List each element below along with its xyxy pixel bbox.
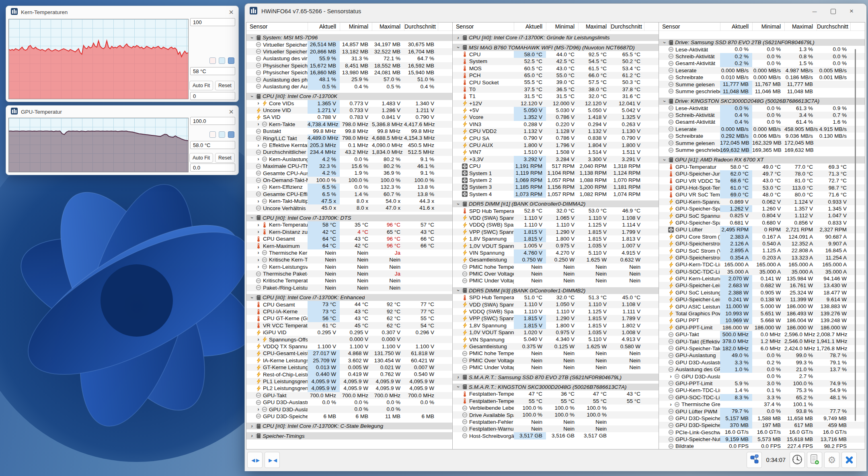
column-header-maximal[interactable]: Maximal	[372, 22, 404, 31]
sensor-row[interactable]: PMIC hohe TemperaturNeinNeinNeinNein	[453, 350, 659, 357]
sensor-section[interactable]: ›S.M.A.R.T.: Samsung SSD 870 EVO 2TB (S6…	[453, 374, 659, 380]
sensor-row[interactable]: Virtueller Speicher ve...20,866 MB13,182…	[246, 48, 452, 55]
sensor-row[interactable]: System 41,073 RPM1,057 RPM1,082 RPM1,074…	[453, 191, 659, 198]
sensor-row[interactable]: Summe gelesen11,777 MB11,767 MB11,777 MB	[659, 81, 865, 88]
column-header-maximal[interactable]: Maximal	[578, 22, 610, 31]
chevron-right-icon[interactable]: ›	[255, 337, 261, 342]
sensor-row[interactable]: GPU Core Strom (VD...2.383 A0.167 A124.0…	[659, 233, 865, 240]
chevron-right-icon[interactable]: ›	[255, 157, 261, 161]
sensor-row[interactable]: Schreibrate0.010 MB/s0.000 MB/s0.186 MB/…	[659, 74, 865, 81]
sensor-row[interactable]: Summe geschrieben11,048 MB11,046 MB11,04…	[659, 88, 865, 95]
graph-color-swatches[interactable]	[190, 131, 235, 138]
auto-fit-button[interactable]: Auto Fit	[189, 153, 213, 163]
sensor-row[interactable]: ›Thermische Grenz...37.4 %100.1 %	[659, 401, 865, 408]
chevron-right-icon[interactable]: ›	[255, 229, 261, 234]
scale-max-input[interactable]	[190, 18, 235, 26]
sensor-section[interactable]: ›CPU [#0]: Intel Core i7-13700K: DTS	[246, 215, 452, 221]
chevron-right-icon[interactable]: ›	[249, 433, 255, 438]
chevron-down-icon[interactable]: ›	[662, 98, 667, 104]
sensor-row[interactable]: Physischer Speicher ...15,672 MB8,451 MB…	[246, 62, 452, 69]
sensor-row[interactable]: PCIe-Link-Geschwind...16.0 GT/s16.0 GT/s…	[659, 429, 865, 435]
color-swatch-3[interactable]	[228, 131, 234, 138]
sensor-row[interactable]: GPU Lüfter PWM79.7 %0.0 %93.8 %77.7 %	[659, 408, 865, 415]
sensor-row[interactable]: Lese-Aktivität0.0 %0.0 %1.3 %0.0 %	[659, 46, 865, 53]
sensor-row[interactable]: MOS60.5 °C43.0 °C61.5 °C53.4 °C	[453, 65, 659, 72]
remote-sensors-button[interactable]	[747, 452, 762, 468]
sensor-row[interactable]: IA-Kerne Leistungsa...25.709 W3.602 W130…	[246, 357, 452, 364]
sensor-section[interactable]: ›DDR5 DIMM [#1] (BANK 0/Controller0-DIMM…	[453, 200, 659, 207]
chevron-right-icon[interactable]: ›	[455, 375, 461, 380]
arrows-outward-button[interactable]: ◄►	[247, 452, 263, 468]
sensor-row[interactable]: VDDQ (SWB) Spannung1.110 V1.110 V1.125 V…	[453, 308, 659, 315]
reset-button[interactable]: Reset	[215, 81, 235, 90]
report-button[interactable]	[807, 452, 822, 468]
sensor-row[interactable]: PMIC Over VoltageNeinNeinNeinNein	[453, 270, 659, 277]
chevron-right-icon[interactable]: ›	[255, 185, 261, 190]
sensor-row[interactable]: ›Kern-Leistungsve...NeinNeinNein	[246, 264, 452, 270]
sensor-section[interactable]: ›CPU [#0]: Intel Core i7-13700K: C-State…	[246, 423, 452, 429]
sensor-row[interactable]: iGPU VID0.295 V0.295 V0.307 V0.296 V	[246, 329, 452, 336]
chevron-down-icon[interactable]: ›	[250, 215, 254, 221]
sensor-row[interactable]: GPU-Speicher-Spann...1.262 V1.260 V1.357…	[659, 205, 865, 212]
sensor-row[interactable]: GPU-Kern-TDC-Limit1.4 %0.1 %75.3 %54.9 %	[659, 387, 865, 394]
sensor-row[interactable]: Festplatten-Tempera...47 °C36 °C47 °C43 …	[453, 390, 659, 397]
column-header-sensor[interactable]: Sensor	[453, 23, 514, 30]
chevron-right-icon[interactable]: ›	[668, 374, 674, 379]
sensor-row[interactable]: Drive Available Spare100.0 %100.0 %100.0…	[453, 411, 659, 418]
color-swatch-1[interactable]	[209, 57, 216, 64]
sensor-row[interactable]: Gesamt-Aktivität0.4 %0.0 %61.4 %1.6 %	[659, 118, 865, 125]
clock-button[interactable]	[790, 452, 805, 468]
sensor-row[interactable]: GT-Kerne Leistungsa...0.013 W0.005 W0.02…	[246, 364, 452, 371]
chevron-right-icon[interactable]: ›	[255, 264, 261, 269]
sensor-row[interactable]: On-Demand-Takt-Mo...100.0 %100.0 %100.0 …	[246, 177, 452, 184]
sensor-row[interactable]: ›Kern-Temperaturen58 °C35 °C96 °C57 °C	[246, 221, 452, 228]
sensor-row[interactable]: Rest-of-Chip-Leistun...0.440 W0.419 W0.7…	[246, 371, 452, 378]
sensor-row[interactable]: PMIC Under VoltageNeinNeinNeinNein	[453, 364, 659, 371]
sensor-row[interactable]: Thermische Paket-/Ri...NeinNeinJa	[246, 270, 452, 277]
sensor-row[interactable]: Ring/LLC Takt4,489.0 MHz798.0 MHz4,688.5…	[246, 135, 452, 141]
sensor-row[interactable]: Leserate0.000 MB/s0.000 MB/s4.987 MB/s0.…	[659, 67, 865, 74]
sensor-row[interactable]: VR VCC Temperatur ...61 °C45 °C62 °C54 °…	[246, 322, 452, 329]
sensor-section[interactable]: ›GPU [#1]: AMD Radeon RX 6700 XT	[659, 156, 865, 163]
sensor-row[interactable]: Summe gelesen172,045 MB162,329 MB172,045…	[659, 139, 865, 146]
sensor-row[interactable]: VIN71.510 V1.508 V1.514 V1.511 V	[453, 149, 659, 155]
chevron-down-icon[interactable]: ›	[662, 39, 667, 45]
sensor-row[interactable]: GPU-Kern-Spannung ...0.869 V0.062 V1.124…	[659, 198, 865, 205]
hwinfo-sensor-window[interactable]: HWiNFO64 v7.65-5266 - Sensorstatus ─ × S…	[244, 3, 867, 471]
sensor-row[interactable]: VPP (SWC) Spannung1.815 V1.290 V1.815 V1…	[453, 315, 659, 322]
chevron-down-icon[interactable]: ›	[456, 45, 461, 51]
sensor-row[interactable]: T037.5 °C36.5 °C38.0 °C37.8 °C	[453, 86, 659, 93]
settings-button[interactable]: ⚙	[824, 452, 839, 468]
chevron-down-icon[interactable]: ›	[456, 288, 461, 294]
sensor-row[interactable]: PMIC hohe TemperaturNeinNeinNeinNein	[453, 264, 659, 270]
sensor-row[interactable]: Total Graphics Power...10.993 W5.651 W18…	[659, 310, 865, 317]
sensor-row[interactable]: GPU-Speicherstrom (...2.126 A0.540 A12.3…	[659, 240, 865, 247]
sensor-row[interactable]: VDD (SWA) Spannung1.110 V1.050 V1.110 V1…	[453, 301, 659, 308]
sensor-row[interactable]: ›Kern-Effizienz6.5 %0.0 %132.3 %13.8 %	[246, 184, 452, 190]
sensor-row[interactable]: PMIC Under VoltageNeinNeinNeinNein	[453, 277, 659, 284]
sensor-section[interactable]: ›DDR5 DIMM [#3] (BANK 0/Controller1-DIMM…	[453, 287, 659, 294]
sensor-row[interactable]: CPU1,191 RPM517 RPM2,040 RPM1,318 RPM	[453, 163, 659, 170]
sensor-row[interactable]: CPU Gesamt64 °C43 °C96 °C66 °C	[246, 235, 452, 242]
sensor-row[interactable]: ›Kern-Takte4,738.4 MHz798.0 MHz5,386.8 M…	[246, 121, 452, 128]
sensor-row[interactable]: PMIC Over VoltageNeinNeinNeinNein	[453, 357, 659, 364]
sensor-row[interactable]: T131.5 °C31.5 °C32.0 °C31.6 °C	[453, 93, 659, 100]
sensor-row[interactable]: System 21,069 RPM1,057 RPM1,088 RPM1,070…	[453, 177, 659, 184]
sensor-row[interactable]: Auslastung des virtu...55.9 %31.3 %72.1 …	[246, 55, 452, 62]
sensor-row[interactable]: GPU-Speicher-Leistu...0.241 W0.138 W11.3…	[659, 296, 865, 303]
sensor-row[interactable]: ›Kern-Auslastung4.2 %0.0 %80.2 %9.1 %	[246, 156, 452, 163]
titlebar[interactable]: Kern-Temperaturen ×	[6, 6, 238, 18]
sensor-row[interactable]: +3,3V3.292 V3.284 V3.300 V3.291 V	[453, 156, 659, 163]
sensor-row[interactable]: +12V12.120 V12.000 V12.120 V12.041 V	[453, 100, 659, 107]
sensor-row[interactable]: VDD (SWA) Spannung1.110 V1.065 V1.110 V1…	[453, 215, 659, 221]
sensor-section[interactable]: ›System: MSI MS-7D96	[246, 34, 452, 41]
chevron-down-icon[interactable]: ›	[250, 93, 254, 99]
chevron-down-icon[interactable]: ›	[456, 384, 461, 390]
scale-max-input[interactable]	[190, 117, 235, 125]
sensor-row[interactable]: GPU-Takt (Effektiv)378.0 MHz1.2 MHz2,546…	[659, 338, 865, 345]
sensor-row[interactable]: Schreib-Aktivität0.2 %0.0 %0.8 %0.0 %	[659, 53, 865, 60]
sensor-row[interactable]: CPU58.0 °C44.0 °C92.5 °C65.5 °C	[453, 51, 659, 58]
sensor-row[interactable]: GPU-Speicher-Nutzung9,159 MB5,573 MB15,6…	[659, 436, 865, 443]
auto-fit-button[interactable]: Auto Fit	[189, 81, 213, 90]
sensor-row[interactable]: GPU SoC Spannung (...0.825 V0.804 V1.112…	[659, 212, 865, 219]
